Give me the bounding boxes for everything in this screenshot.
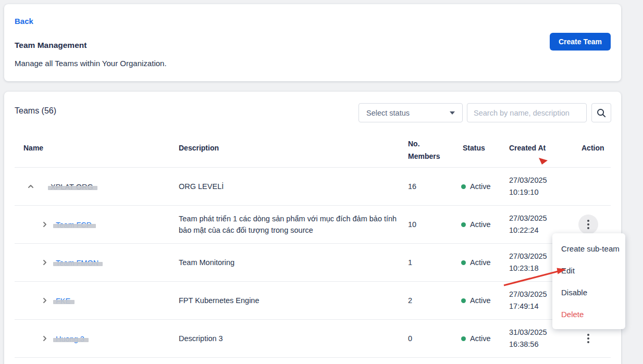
status-label: Active <box>470 258 491 267</box>
created-time: 10:22:24 <box>509 224 547 236</box>
status-filter-placeholder: Select status <box>366 109 450 117</box>
status-label: Active <box>470 296 491 305</box>
kebab-icon <box>587 337 589 340</box>
created-date: 31/03/2025 <box>509 327 547 338</box>
menu-item-edit[interactable]: Edit <box>552 260 625 282</box>
team-description: ORG LEVELİ <box>179 181 411 192</box>
team-description: Description 3 <box>179 333 411 344</box>
chevron-up-icon <box>27 182 35 191</box>
members-count: 16 <box>408 182 416 191</box>
expand-row-button[interactable] <box>41 334 49 343</box>
created-at: 31/03/2025 16:38:56 <box>509 327 547 350</box>
chevron-down-icon <box>450 111 455 115</box>
created-time: 17:49:14 <box>509 300 547 312</box>
members-header-line2: Members <box>408 152 440 160</box>
members-count: 1 <box>408 258 412 267</box>
team-name-link[interactable]: Team FCP <box>56 221 92 229</box>
team-description: Team Monitoring <box>179 257 411 268</box>
status-badge: Active <box>461 220 491 229</box>
table-row: Team FCP Team phát triển 1 các dòng sản … <box>15 206 611 244</box>
create-team-button[interactable]: Create Team <box>550 33 611 51</box>
status-badge: Active <box>461 258 491 267</box>
status-active-dot <box>461 336 466 341</box>
column-header-description: Description <box>179 144 219 152</box>
members-header-line1: No. <box>408 140 420 148</box>
chevron-right-icon <box>41 334 49 343</box>
status-active-dot <box>461 260 466 265</box>
chevron-right-icon <box>41 258 49 267</box>
page-header-card: Back Team Management Manage all Teams wi… <box>4 4 621 81</box>
created-date: 27/03/2025 <box>509 174 547 186</box>
table-row: Team FMON Team Monitoring 1 Active 27/03… <box>15 244 611 282</box>
collapse-row-button[interactable] <box>27 182 35 191</box>
status-active-dot <box>461 222 466 227</box>
created-time: 10:19:10 <box>509 186 547 198</box>
members-count: 10 <box>408 220 416 229</box>
created-at: 27/03/2025 10:19:10 <box>509 174 547 198</box>
status-label: Active <box>470 220 491 229</box>
chevron-right-icon <box>41 220 49 229</box>
search-button[interactable] <box>591 103 611 122</box>
table-row: XPLAT ORG ORG LEVELİ 16 Active 27/03/202… <box>15 168 611 206</box>
kebab-icon <box>587 334 589 336</box>
row-actions-menu: Create sub-team Edit Disable Delete <box>552 233 625 329</box>
chevron-right-icon <box>41 296 49 305</box>
created-at: 27/03/2025 17:49:14 <box>509 288 547 312</box>
status-active-dot <box>461 298 466 303</box>
teams-count-heading: Teams (56) <box>15 106 56 116</box>
column-header-action: Action <box>582 144 604 152</box>
menu-item-create-sub-team[interactable]: Create sub-team <box>552 238 625 260</box>
row-actions-kebab-button[interactable] <box>578 329 598 348</box>
team-management-page: Back Team Management Manage all Teams wi… <box>0 0 643 364</box>
kebab-icon <box>587 341 589 343</box>
table-header-row: Name Description No. Members Status Crea… <box>15 133 611 168</box>
status-active-dot <box>461 184 466 189</box>
table-row: FKE FPT Kubernetes Engine 2 Active 27/03… <box>15 282 611 320</box>
members-count: 0 <box>408 334 412 343</box>
page-subtitle: Manage all Teams within Your Organizatio… <box>15 59 167 68</box>
team-description: Team phát triển 1 các dòng sản phẩm với … <box>179 213 411 236</box>
team-description: FPT Kubernetes Engine <box>179 295 411 306</box>
magnifier-icon <box>596 108 607 118</box>
status-badge: Active <box>461 182 491 191</box>
created-time: 10:23:18 <box>509 262 547 274</box>
table-row: Huong 3 Description 3 0 Active 31/03/202… <box>15 320 611 358</box>
search-input[interactable] <box>467 103 587 122</box>
expand-row-button[interactable] <box>41 258 49 267</box>
status-badge: Active <box>461 334 491 343</box>
back-link[interactable]: Back <box>15 17 33 26</box>
created-time: 16:38:56 <box>509 338 547 350</box>
kebab-icon <box>587 220 589 222</box>
menu-item-disable[interactable]: Disable <box>552 282 625 304</box>
created-date: 27/03/2025 <box>509 250 547 262</box>
column-header-created-at: Created At <box>509 144 546 152</box>
team-name-link[interactable]: XPLAT ORG <box>51 183 93 191</box>
created-at: 27/03/2025 10:22:24 <box>509 212 547 236</box>
expand-row-button[interactable] <box>41 296 49 305</box>
column-header-status: Status <box>463 144 485 152</box>
expand-row-button[interactable] <box>41 220 49 229</box>
kebab-icon <box>587 223 589 225</box>
members-count: 2 <box>408 296 412 305</box>
teams-panel-card: Teams (56) Select status Name Descriptio… <box>4 92 621 364</box>
status-filter-select[interactable]: Select status <box>358 103 463 122</box>
column-header-name: Name <box>23 144 43 152</box>
team-name-link[interactable]: Team FMON <box>56 259 98 267</box>
created-date: 27/03/2025 <box>509 288 547 300</box>
created-date: 27/03/2025 <box>509 212 547 224</box>
column-header-members: No. Members <box>408 137 440 162</box>
status-label: Active <box>470 334 491 343</box>
status-badge: Active <box>461 296 491 305</box>
created-at: 27/03/2025 10:23:18 <box>509 250 547 274</box>
menu-item-delete[interactable]: Delete <box>552 304 625 325</box>
status-label: Active <box>470 182 491 191</box>
team-name-link[interactable]: Huong 3 <box>56 335 84 343</box>
team-name-link[interactable]: FKE <box>56 297 70 305</box>
page-title: Team Management <box>15 41 86 50</box>
kebab-icon <box>587 227 589 229</box>
row-actions-kebab-button[interactable] <box>578 215 598 234</box>
